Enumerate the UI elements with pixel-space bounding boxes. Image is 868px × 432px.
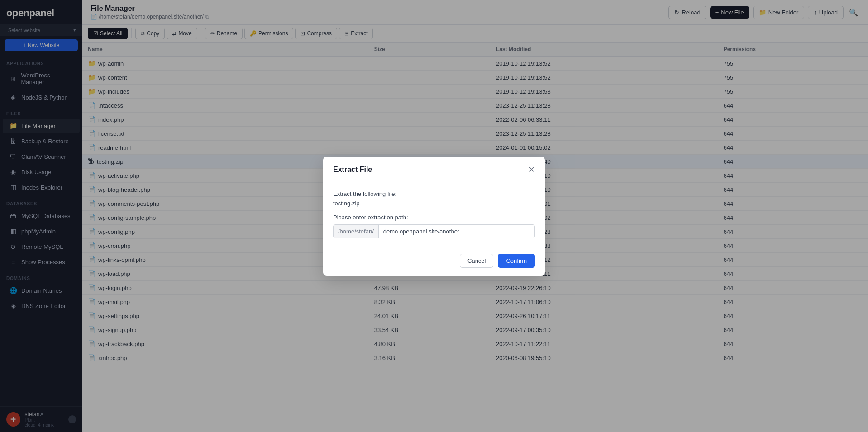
modal-overlay: Extract File ✕ Extract the following fil… bbox=[0, 0, 868, 432]
modal-close-button[interactable]: ✕ bbox=[528, 165, 535, 175]
modal-footer: Cancel Confirm bbox=[323, 247, 545, 276]
modal-title: Extract File bbox=[333, 166, 372, 174]
modal-body: Extract the following file: testing.zip … bbox=[323, 181, 545, 247]
modal-path-label: Please enter extraction path: bbox=[333, 214, 535, 221]
modal-path-input[interactable] bbox=[379, 225, 534, 238]
confirm-button[interactable]: Confirm bbox=[498, 254, 535, 268]
modal-description: Extract the following file: bbox=[333, 190, 535, 197]
extract-modal: Extract File ✕ Extract the following fil… bbox=[323, 157, 545, 276]
modal-filename: testing.zip bbox=[333, 200, 535, 207]
modal-header: Extract File ✕ bbox=[323, 157, 545, 181]
modal-path-prefix: /home/stefan/ bbox=[334, 225, 379, 238]
cancel-button[interactable]: Cancel bbox=[460, 254, 493, 268]
modal-path-row: /home/stefan/ bbox=[333, 224, 535, 238]
